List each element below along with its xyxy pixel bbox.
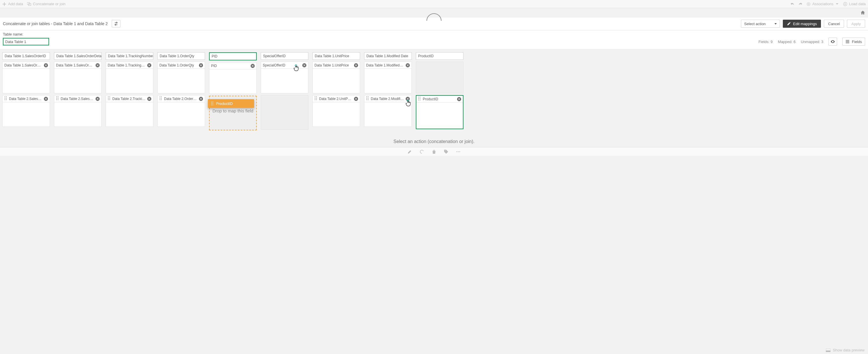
svg-point-13 <box>56 98 57 98</box>
tables-icon <box>27 2 31 6</box>
field-pill[interactable]: Data Table 1.SalesOrder… <box>54 62 101 69</box>
remove-field-button[interactable] <box>44 63 48 67</box>
drag-chip[interactable]: ProductID <box>208 99 254 108</box>
remove-field-button[interactable] <box>199 97 203 101</box>
top-field-box[interactable]: Data Table 1.SalesOrder… <box>54 62 102 93</box>
redo-icon <box>798 2 802 6</box>
bottom-field-box[interactable]: Data Table 2.SalesOr… <box>2 95 50 127</box>
grip-icon[interactable] <box>418 96 421 101</box>
svg-point-35 <box>366 96 367 97</box>
field-pill[interactable]: PID <box>209 62 256 69</box>
remove-field-button[interactable] <box>96 97 100 101</box>
field-pill[interactable]: Data Table 2.Trackin… <box>106 95 153 102</box>
field-pill[interactable]: Data Table 2.Modifie… <box>364 95 411 102</box>
top-field-box[interactable]: PID <box>209 62 257 94</box>
column-header[interactable]: PID <box>209 52 257 60</box>
table-name-input[interactable] <box>3 38 49 46</box>
grip-icon[interactable] <box>108 96 111 101</box>
remove-field-button[interactable] <box>354 97 358 101</box>
bottom-field-box[interactable]: Data Table 2.Trackin… <box>106 95 153 127</box>
field-pill[interactable]: Data Table 1.OrderQty <box>158 62 205 69</box>
add-data-button: Add data <box>2 2 23 6</box>
show-data-preview[interactable]: Show data preview <box>826 348 865 352</box>
mapping-column: Data Table 1.SalesOrderIDData Table 1.Sa… <box>2 52 50 127</box>
fields-button[interactable]: Fields <box>842 37 865 46</box>
remove-field-button[interactable] <box>44 97 48 101</box>
fields-button-label: Fields <box>852 39 862 44</box>
mapping-column: SpecialOfferIDSpecialOfferID <box>261 52 308 130</box>
mapping-column: Data Table 1.TrackingNumberData Table 1.… <box>106 52 153 127</box>
select-action-dropdown[interactable]: Select action <box>741 20 780 28</box>
svg-point-36 <box>368 96 368 97</box>
bottom-field-box[interactable]: Data Table 2.SalesOr… <box>54 95 102 127</box>
svg-point-27 <box>160 99 160 100</box>
grip-icon[interactable] <box>314 96 317 101</box>
svg-point-21 <box>108 99 108 100</box>
svg-point-40 <box>368 99 368 100</box>
remove-field-button[interactable] <box>251 64 255 68</box>
cancel-button[interactable]: Cancel <box>824 20 844 28</box>
svg-point-5 <box>5 96 5 97</box>
column-header[interactable]: Data Table 1.UnitPrice <box>312 52 360 60</box>
field-pill[interactable]: Data Table 2.OrderQty <box>158 95 205 102</box>
remove-field-button[interactable] <box>199 63 203 67</box>
field-pill[interactable]: Data Table 1.SalesOrderID <box>3 62 50 69</box>
column-header[interactable]: Data Table 1.SalesOrderDetailID <box>54 52 102 60</box>
edit-mappings-button[interactable]: Edit mappings <box>783 20 821 28</box>
mapping-column: Data Table 1.SalesOrderDetailIDData Tabl… <box>54 52 102 127</box>
grip-icon[interactable] <box>159 96 162 101</box>
svg-point-10 <box>6 99 7 100</box>
field-pill[interactable]: ProductID <box>416 96 463 102</box>
swap-tables-button[interactable] <box>112 20 120 27</box>
bottom-field-box[interactable]: Data Table 2.UnitPrice <box>312 95 360 127</box>
field-pill[interactable]: Data Table 1.TrackingNu… <box>106 62 153 69</box>
field-pill-label: Data Table 2.UnitPrice <box>319 97 352 101</box>
field-pill[interactable]: SpecialOfferID <box>261 62 308 69</box>
grip-icon[interactable] <box>56 96 59 101</box>
remove-field-button[interactable] <box>457 97 461 101</box>
top-field-box[interactable]: Data Table 1.UnitPrice <box>312 62 360 93</box>
column-header[interactable]: Data Table 1.Modified Date <box>364 52 412 60</box>
column-header[interactable]: Data Table 1.SalesOrderID <box>2 52 50 60</box>
bottom-field-box[interactable]: Data Table 2.OrderQty <box>157 95 205 127</box>
bottom-field-box[interactable]: Data Table 2.Modifie… <box>364 95 412 127</box>
caret-down-icon <box>774 23 777 25</box>
column-header[interactable]: ProductID <box>416 52 463 60</box>
column-header[interactable]: Data Table 1.TrackingNumber <box>106 52 153 60</box>
preview-toggle-button[interactable] <box>829 37 837 46</box>
remove-field-button[interactable] <box>147 63 151 67</box>
remove-field-button[interactable] <box>302 63 306 67</box>
top-field-box[interactable] <box>416 62 463 93</box>
svg-point-55 <box>457 151 457 152</box>
add-data-label: Add data <box>8 2 23 6</box>
field-pill[interactable]: Data Table 2.SalesOr… <box>54 95 101 102</box>
top-field-box[interactable]: Data Table 1.SalesOrderID <box>2 62 50 93</box>
bottom-field-box[interactable] <box>261 95 308 130</box>
field-pill[interactable]: Data Table 1.Modified Date <box>364 62 411 69</box>
field-pill[interactable]: Data Table 2.UnitPrice <box>313 95 360 102</box>
field-pill[interactable]: Data Table 2.SalesOr… <box>3 95 50 102</box>
undo-icon <box>790 2 794 6</box>
field-pill[interactable]: Data Table 1.UnitPrice <box>313 62 360 69</box>
remove-field-button[interactable] <box>354 63 358 67</box>
column-header[interactable]: Data Table 1.OrderQty <box>157 52 205 60</box>
grip-icon[interactable] <box>366 96 369 101</box>
home-button[interactable] <box>861 10 865 16</box>
hand-cursor-drag <box>405 100 412 109</box>
bottom-field-box[interactable]: ProductID <box>416 95 463 129</box>
remove-field-button[interactable] <box>96 63 100 67</box>
svg-point-8 <box>6 98 7 98</box>
top-field-box[interactable]: Data Table 1.Modified Date <box>364 62 412 93</box>
field-pill-label: ProductID <box>423 97 455 101</box>
remove-field-button[interactable] <box>406 63 410 67</box>
top-field-box[interactable]: SpecialOfferID <box>261 62 308 93</box>
column-header[interactable]: SpecialOfferID <box>261 52 308 60</box>
top-field-box[interactable]: Data Table 1.TrackingNu… <box>106 62 153 93</box>
play-circle-icon <box>843 2 847 6</box>
svg-point-26 <box>161 98 162 98</box>
field-pill-label: Data Table 1.SalesOrderID <box>4 63 42 67</box>
top-field-box[interactable]: Data Table 1.OrderQty <box>157 62 205 93</box>
remove-field-button[interactable] <box>147 97 151 101</box>
grip-icon[interactable] <box>4 96 7 101</box>
bottom-message: Select an action (concatenation or join)… <box>0 133 868 147</box>
